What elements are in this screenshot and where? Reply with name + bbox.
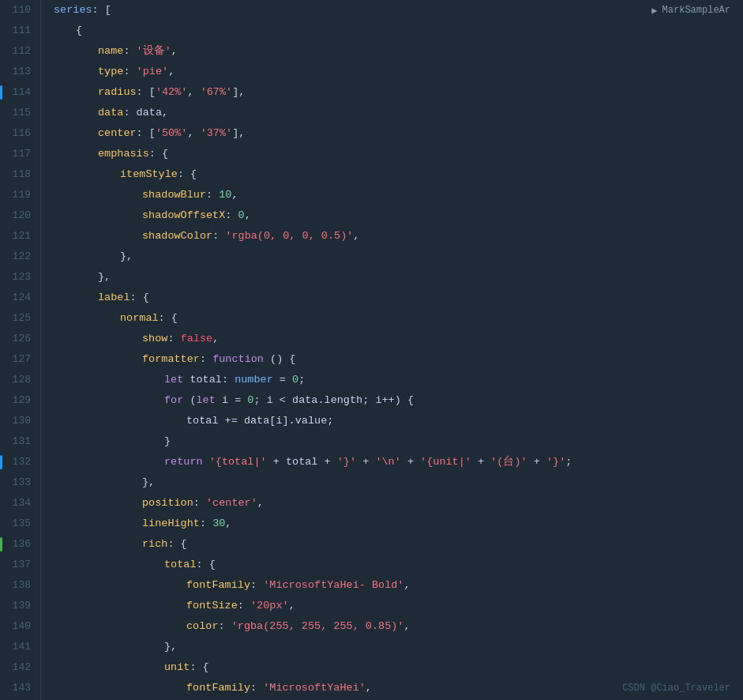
line-number: 129 <box>6 390 31 411</box>
code-line: color: 'rgba(255, 255, 255, 0.85)', <box>54 616 743 637</box>
line-number: 124 <box>6 288 31 308</box>
code-line: shadowOffsetX: 0, <box>54 205 743 226</box>
token-plain: ], <box>232 82 245 103</box>
token-string: 'rgba(0, 0, 0, 0.5)' <box>225 226 353 247</box>
breadcrumb-label: MarkSampleAr <box>662 5 730 16</box>
token-string: '设备' <box>137 41 171 62</box>
token-plain: : <box>123 62 136 82</box>
line-number: 120 <box>6 205 31 226</box>
token-keyword: let <box>164 370 183 390</box>
code-line: }, <box>54 637 743 657</box>
token-key: number <box>235 370 273 390</box>
line-number: 137 <box>6 555 31 575</box>
code-editor: ▶ MarkSampleAr 1101111121131141151161171… <box>0 0 743 700</box>
line-number: 142 <box>6 657 31 678</box>
code-line: { <box>54 21 743 41</box>
code-line: itemStyle: { <box>54 164 743 185</box>
token-string: '20px' <box>250 596 289 616</box>
line-number: 122 <box>6 247 31 267</box>
code-line: center: ['50%', '37%'], <box>54 123 743 144</box>
breadcrumb-arrow: ▶ <box>651 5 657 17</box>
token-plain: , <box>366 678 372 698</box>
code-line: }, <box>54 472 743 493</box>
code-line: shadowColor: 'rgba(0, 0, 0, 0.5)', <box>54 226 743 247</box>
token-plain: , <box>257 493 264 514</box>
token-string: '{unit|' <box>420 452 471 472</box>
token-plain: total += data[i].value; <box>186 411 333 431</box>
watermark: CSDN @Ciao_Traveler <box>622 683 730 694</box>
token-plain: , <box>289 596 295 616</box>
token-prop: formatter <box>142 349 200 370</box>
code-line: } <box>54 431 743 452</box>
token-plain: ], <box>232 123 245 144</box>
token-keyword: function <box>212 349 264 370</box>
token-prop: fontFamily <box>186 678 250 698</box>
token-plain: ; <box>298 370 305 390</box>
token-prop: fontFamily <box>186 575 250 596</box>
token-plain: + total + <box>267 452 337 472</box>
token-plain: : <box>200 349 212 370</box>
token-string: '37%' <box>201 123 233 144</box>
token-string: 'MicrosoftYaHei' <box>263 678 366 698</box>
code-line: lineHight: 30, <box>54 514 743 534</box>
token-plain: + <box>356 452 375 472</box>
code-line: data: data, <box>54 103 743 123</box>
token-plain: }, <box>142 472 155 493</box>
code-line: type: 'pie', <box>54 62 743 82</box>
token-prop: itemStyle <box>120 164 178 185</box>
line-number: 117 <box>6 144 31 164</box>
token-prop: color <box>186 616 219 637</box>
token-plain: , <box>187 82 200 103</box>
line-number: 130 <box>6 411 31 431</box>
token-prop: rich <box>142 534 167 555</box>
token-string: '}' <box>546 452 565 472</box>
token-prop: lineHight <box>142 514 200 534</box>
token-plain: , <box>171 41 178 62</box>
token-plain: : { <box>159 308 178 329</box>
token-keyword: return <box>164 452 203 472</box>
token-plain: + <box>471 452 490 472</box>
token-string: 'rgba(255, 255, 255, 0.85)' <box>231 616 404 637</box>
line-number: 112 <box>6 41 31 62</box>
token-plain: , <box>225 514 231 534</box>
token-plain: : [ <box>92 0 111 21</box>
token-plain: : <box>238 596 250 616</box>
token-string: '\n' <box>375 452 400 472</box>
token-plain: } <box>164 431 171 452</box>
token-plain: = <box>273 370 292 390</box>
token-prop: shadowOffsetX <box>142 205 225 226</box>
line-number: 125 <box>6 308 31 329</box>
code-line: show: false, <box>54 329 743 349</box>
line-number: 138 <box>6 575 31 596</box>
token-plain: : { <box>149 144 168 164</box>
token-plain: : { <box>178 164 197 185</box>
line-number: 132 <box>6 452 31 472</box>
token-plain: , <box>353 226 359 247</box>
line-number: 110 <box>6 0 31 21</box>
line-number: 121 <box>6 226 31 247</box>
code-line: normal: { <box>54 308 743 329</box>
line-number: 136 <box>6 534 31 555</box>
token-prop: show <box>142 329 167 349</box>
token-prop: name <box>98 41 123 62</box>
token-plain: , <box>168 62 174 82</box>
line-number: 123 <box>6 267 31 288</box>
token-plain: : <box>206 185 219 205</box>
token-plain: , <box>403 575 410 596</box>
code-line: return '{total|' + total + '}' + '\n' + … <box>54 452 743 472</box>
token-prop: label <box>98 288 130 308</box>
token-prop: emphasis <box>98 144 149 164</box>
token-plain: : <box>250 575 263 596</box>
line-number: 131 <box>6 431 31 452</box>
line-number: 127 <box>6 349 31 370</box>
token-plain: , <box>231 185 238 205</box>
token-keyword: for <box>164 390 183 411</box>
code-line: }, <box>54 267 743 288</box>
breadcrumb: ▶ MarkSampleAr <box>639 0 743 21</box>
token-plain: }, <box>98 267 111 288</box>
token-plain: i = <box>216 390 248 411</box>
token-prop: position <box>142 493 193 514</box>
token-number: 0 <box>292 370 298 390</box>
token-string: 'MicrosoftYaHei- Bold' <box>263 575 403 596</box>
line-number: 114 <box>6 82 31 103</box>
